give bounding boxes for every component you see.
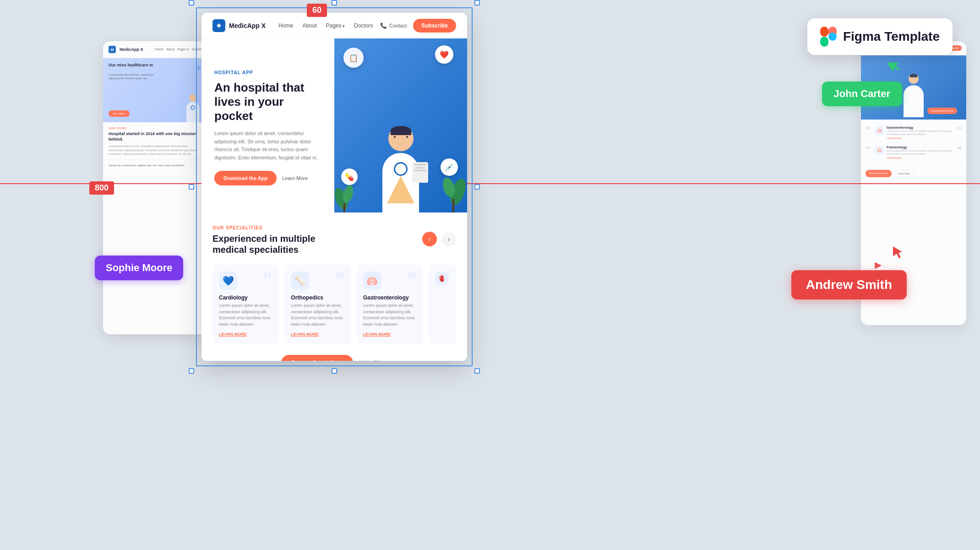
navbar-links: Home About Pages Doctors <box>278 22 373 29</box>
doctor-head <box>388 126 414 151</box>
orthopedics-name: Orthopedics <box>291 294 344 301</box>
bg-right-gastro-link[interactable]: LEARN MORE <box>887 137 955 140</box>
spec-cards: 💙 Cardiology 01 Lorem ipsum dolor sit am… <box>212 264 456 344</box>
badge-john-carter: John Carter <box>822 82 902 106</box>
bg-left-doctor <box>186 94 199 122</box>
nav-doctors[interactable]: Doctors <box>354 22 373 29</box>
bg-right-learn-btn[interactable]: Learn More <box>894 170 915 177</box>
label-800: 800 <box>89 181 114 195</box>
cardiology-text: Lorem ipsum dolor sit amet, consectetur … <box>219 303 272 327</box>
bg-right-num-03: 03 <box>958 126 962 130</box>
hero-title: An hospital that lives in your pocket <box>214 81 321 124</box>
spec-prev-button[interactable]: ‹ <box>422 232 437 246</box>
bg-right-pulmo-content: Pulmonology Lorem ipsum dolor sit amet, … <box>887 146 955 159</box>
nav-pages[interactable]: Pages <box>326 22 345 29</box>
svg-rect-1 <box>820 37 828 47</box>
spec-footer: Browse Specialities Learn More <box>212 355 456 361</box>
orthopedics-link[interactable]: LEARN MORE <box>291 332 344 337</box>
bg-right-doctor <box>900 74 927 115</box>
measurement-line <box>0 183 980 184</box>
bg-right-pulmo-name: Pulmonology <box>887 146 955 149</box>
bg-left-story-btn[interactable]: Our Story <box>109 110 130 117</box>
svg-rect-12 <box>452 199 454 212</box>
bg-left-plus-icon: + <box>196 63 201 73</box>
main-card-wrapper: MedicApp X Home About Pages Doctors 📞 Co… <box>201 13 467 361</box>
float-heart-icon: ❤️ <box>435 45 453 64</box>
stethoscope-icon <box>394 162 408 176</box>
spec-card-cardiology: 💙 Cardiology 01 Lorem ipsum dolor sit am… <box>212 264 279 344</box>
subscribe-button[interactable]: Subscribe <box>413 19 456 33</box>
bg-left-quote: Tempo ex a commodo, sagittis sem orci. N… <box>109 159 203 168</box>
bg-right-spec-gastro: 02 🫁 Gastroenterology Lorem ipsum dolor … <box>866 123 962 143</box>
float-clipboard-icon: 📋 <box>343 48 364 68</box>
navbar-logo: MedicApp X <box>212 19 266 32</box>
bg-left-brand: MedicApp X <box>120 47 143 52</box>
svg-point-6 <box>218 25 220 27</box>
figma-badge: Figma Template <box>807 18 953 55</box>
spec-card-orthopedics: 🦴 Orthopedics 02 Lorem ipsum dolor sit a… <box>284 264 351 344</box>
svg-rect-9 <box>343 203 345 212</box>
bg-left-card: M MedicApp X Home About Pages ▾ Doctors … <box>103 41 208 334</box>
cardiology-link[interactable]: LEARN MORE <box>219 332 272 337</box>
spec-next-button[interactable]: › <box>441 232 456 246</box>
cardiology-name: Cardiology <box>219 294 272 301</box>
doctor-clipboard <box>412 162 428 183</box>
gastro-link[interactable]: LEARN MORE <box>363 332 417 337</box>
bg-left-logo-icon: M <box>109 46 116 53</box>
spec-nav: ‹ › <box>422 232 456 246</box>
nav-about[interactable]: About <box>302 22 316 29</box>
triangle-decoration <box>387 176 414 203</box>
bg-left-body: Lorem ipsum dolor sit amet, consectetur … <box>109 144 203 156</box>
contact-text[interactable]: Contact <box>389 23 407 28</box>
nav-home[interactable]: Home <box>278 22 293 29</box>
orthopedics-text: Lorem ipsum dolor sit amet, consectetur … <box>291 303 344 327</box>
navbar-right: 📞 Contact Subscribe <box>380 19 456 33</box>
hero-body: Lorem ipsum dolor sit amet, consectetur … <box>214 130 321 162</box>
partial-icon: 🫀 <box>435 272 449 285</box>
learn-more-spec-button[interactable]: Learn More <box>359 359 387 361</box>
plant-left-icon <box>334 176 357 212</box>
svg-rect-0 <box>820 27 828 37</box>
gastro-num: 03 <box>408 272 416 280</box>
hero-label: HOSPITAL APP <box>214 70 321 75</box>
gastro-text: Lorem ipsum dolor sit amet, consectetur … <box>363 303 417 327</box>
orthopedics-num: 02 <box>336 272 344 280</box>
bg-right-download-btn[interactable]: Download the App <box>927 108 957 114</box>
bg-right-num-02: 02 <box>866 126 872 130</box>
gastro-icon: 🫁 <box>363 272 381 290</box>
bg-right-pulmo-icon: 🫁 <box>875 146 884 155</box>
spec-card-gastro: 🫁 Gastroenterology 03 Lorem ipsum dolor … <box>357 264 423 344</box>
main-card: MedicApp X Home About Pages Doctors 📞 Co… <box>201 13 467 361</box>
svg-marker-5 <box>893 246 902 258</box>
bg-right-gastro-content: Gastroenterology Lorem ipsum dolor sit a… <box>887 126 955 140</box>
bg-right-num-06: 06 <box>958 146 962 150</box>
learn-more-button[interactable]: Learn More <box>282 175 308 181</box>
orthopedics-icon: 🦴 <box>291 272 309 290</box>
logo-icon <box>212 19 225 32</box>
hero-section: HOSPITAL APP An hospital that lives in y… <box>201 38 467 212</box>
figma-template-text: Figma Template <box>843 29 940 44</box>
cursor-red-bottom-icon <box>893 246 903 261</box>
cardiology-num: 01 <box>264 272 272 280</box>
bg-right-gastro-icon: 🫁 <box>875 126 884 135</box>
doctor-hair <box>391 126 411 135</box>
spec-card-partial: 🫀 <box>429 264 456 344</box>
label-60: 60 <box>307 4 327 17</box>
cursor-red-icon: ▶ <box>875 259 882 270</box>
bg-left-link-about: About <box>166 48 174 51</box>
browse-specialities-button[interactable]: Browse Specialities <box>281 355 353 361</box>
bg-right-footer-btns: Download the App Learn More <box>861 166 966 181</box>
badge-sophie-moore: Sophie Moore <box>95 256 183 280</box>
download-app-button[interactable]: Download the App <box>214 171 277 185</box>
bg-left-section-title: Hospital started in 2016 with one big mi… <box>109 131 203 142</box>
svg-point-3 <box>828 33 837 41</box>
bg-left-mission: Our miss healthcare m <box>109 63 203 68</box>
bg-left-section-label: OUR STORY <box>109 127 203 130</box>
bg-left-hero: Our miss healthcare m Lorem ipsum dolor … <box>103 58 208 122</box>
bg-right-dl-btn[interactable]: Download the App <box>866 170 892 177</box>
figma-logo-icon <box>820 27 837 47</box>
spec-header-left: OUR SPECIALITIES Experienced in multiple… <box>212 225 316 255</box>
bg-left-body-text: Lorem ipsum dolor sit amet, consectetura… <box>103 73 208 81</box>
badge-andrew-smith: Andrew Smith <box>791 270 907 300</box>
bg-right-pulmo-link[interactable]: LEARN MORE <box>887 157 955 159</box>
